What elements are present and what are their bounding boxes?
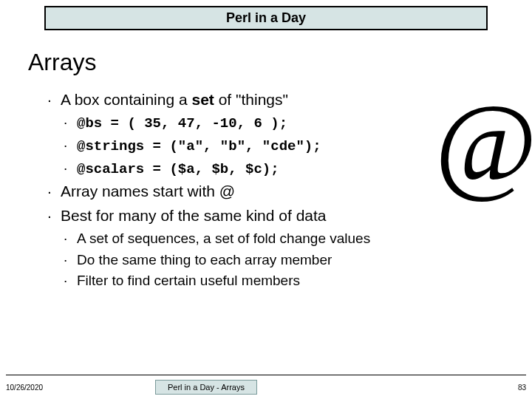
bullet-1-text-a: A box containing a (61, 91, 191, 108)
bullet-3-text: Best for many of the same kind of data (61, 207, 327, 224)
sub-1-text: A set of sequences, a set of fold change… (77, 231, 370, 246)
bullet-1-text-b: of "things" (214, 91, 288, 108)
code-3: @scalars = ($a, $b, $c); (77, 161, 279, 177)
footer-page-number: 83 (518, 383, 526, 392)
bullet-1: A box containing a set of "things" (44, 89, 488, 111)
code-line-2: @strings = ("a", "b", "cde"); (44, 135, 488, 157)
header-title-bar: Perl in a Day (44, 6, 488, 30)
code-2: @strings = ("a", "b", "cde"); (77, 138, 321, 154)
bullet-2: Array names start with @ (44, 180, 488, 202)
slide-title: Arrays (28, 49, 96, 76)
sub-bullet-3: Filter to find certain useful members (44, 270, 488, 291)
slide-body: A box containing a set of "things" @bs =… (44, 89, 488, 292)
footer-date: 10/26/2020 (6, 383, 43, 392)
footer-divider (6, 375, 526, 375)
sub-3-text: Filter to find certain useful members (77, 273, 300, 288)
sub-bullet-2: Do the same thing to each array member (44, 250, 488, 270)
code-1: @bs = ( 35, 47, -10, 6 ); (77, 115, 287, 132)
sub-2-text: Do the same thing to each array member (77, 252, 332, 267)
code-line-1: @bs = ( 35, 47, -10, 6 ); (44, 112, 488, 134)
bullet-1-bold: set (191, 91, 214, 108)
footer-center: Perl in a Day - Arrays (155, 380, 257, 395)
sub-bullet-1: A set of sequences, a set of fold change… (44, 228, 488, 249)
header-title: Perl in a Day (226, 10, 306, 25)
code-line-3: @scalars = ($a, $b, $c); (44, 158, 488, 180)
bullet-3: Best for many of the same kind of data (44, 205, 488, 227)
bullet-2-text: Array names start with @ (61, 183, 235, 200)
